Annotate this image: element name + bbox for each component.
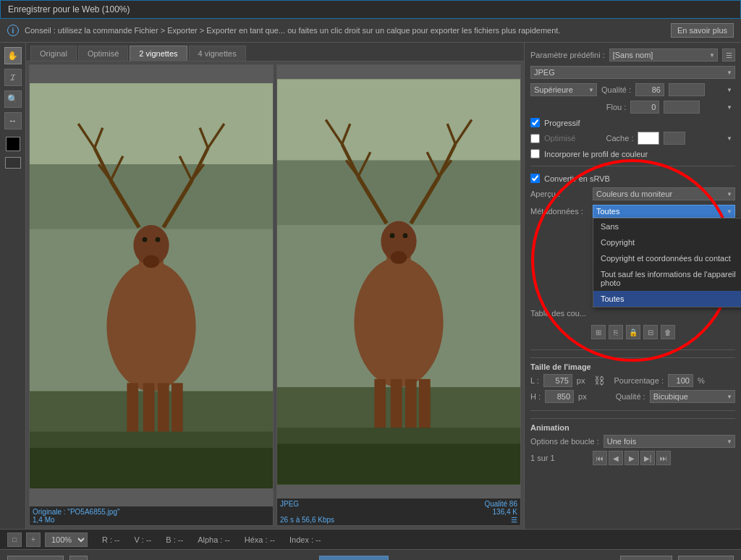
- main-layout: ✋ 𝓘 🔍 ↔ Original Optimisé 2 vignettes 4 …: [0, 43, 741, 529]
- zoom-tool-icon[interactable]: 🔍: [4, 90, 22, 108]
- playback-row: 1 sur 1 ⏮ ◀ ▶ ▶| ⏭: [530, 451, 735, 465]
- qualite-bicubique-label: Qualité :: [616, 392, 645, 401]
- qualite-input[interactable]: [635, 83, 664, 96]
- tab-quatre-vignettes[interactable]: 4 vignettes: [189, 46, 246, 61]
- cache-color-box[interactable]: [638, 132, 659, 145]
- svg-rect-30: [277, 161, 520, 226]
- bottom-icons-row: ⊞ ⎘ 🔒 ⊟ 🗑: [530, 325, 735, 339]
- hand-tool-icon[interactable]: ✋: [4, 47, 22, 64]
- split-icon[interactable]: ⊟: [643, 325, 658, 339]
- pourcentage-label: Pourcentage :: [614, 376, 664, 385]
- pourcentage-input[interactable]: [668, 374, 693, 387]
- h-unit: px: [578, 392, 587, 401]
- copy-icon[interactable]: ⎘: [609, 325, 623, 339]
- panel-shrink-icon[interactable]: □: [7, 533, 22, 547]
- svg-rect-55: [277, 444, 520, 485]
- optimise-checkbox[interactable]: [530, 134, 540, 143]
- right-panel: Paramètre prédéfini : [Sans nom] ☰ JPEG …: [524, 43, 741, 529]
- play-first-btn[interactable]: ⏮: [593, 451, 607, 465]
- divider-1: [530, 166, 735, 166]
- play-btn[interactable]: ▶: [624, 451, 639, 465]
- trash-icon[interactable]: 🗑: [661, 325, 675, 339]
- tabs-bar: Original Optimisé 2 vignettes 4 vignette…: [26, 43, 524, 61]
- predefined-row: Paramètre prédéfini : [Sans nom] ☰: [530, 48, 735, 61]
- l-input[interactable]: [543, 374, 572, 387]
- format-row: JPEG: [530, 66, 735, 79]
- h-input[interactable]: [545, 390, 574, 403]
- panel-expand-icon[interactable]: +: [26, 533, 41, 547]
- svg-point-24: [143, 237, 148, 242]
- flou-label: Flou :: [606, 103, 627, 111]
- link-icon[interactable]: ⛓: [592, 375, 606, 386]
- play-next-btn[interactable]: ▶|: [640, 451, 655, 465]
- play-last-btn[interactable]: ⏭: [656, 451, 671, 465]
- qualite-arrow-wrapper: [669, 83, 735, 96]
- metadonnees-dropdown: Sans Copyright Copyright et coordonnées …: [593, 218, 741, 307]
- quality-select[interactable]: Supérieure: [530, 83, 597, 96]
- meta-option-copyright-coords[interactable]: Copyright et coordonnées du contact: [593, 250, 741, 266]
- meta-option-sans[interactable]: Sans: [593, 219, 741, 234]
- terminer-button[interactable]: Terminer: [678, 556, 734, 561]
- boucle-select[interactable]: Une fois: [604, 435, 735, 448]
- play-prev-btn[interactable]: ◀: [609, 451, 623, 465]
- apercu-dropdown-button[interactable]: ▼: [69, 556, 88, 561]
- alpha-label: Alpha : --: [198, 535, 230, 544]
- action-left: Aperçu... ▼: [7, 556, 88, 561]
- list-icon[interactable]: ☰: [511, 516, 517, 524]
- foreground-color-icon[interactable]: [6, 137, 20, 151]
- image-panel-optimised: JPEG Qualité 86 136,4 K 26 s à 56,6 Kbps…: [276, 64, 521, 526]
- qualite-arrow-select[interactable]: [669, 83, 705, 96]
- eyedropper-tool-icon[interactable]: 𝓘: [4, 69, 22, 86]
- convertir-checkbox[interactable]: [530, 174, 540, 183]
- meta-option-toutes[interactable]: Toutes: [593, 291, 741, 307]
- predefined-select-wrapper: [Sans nom]: [609, 48, 718, 61]
- predefined-menu-icon[interactable]: ☰: [722, 48, 735, 61]
- tab-original[interactable]: Original: [30, 46, 77, 61]
- tab-deux-vignettes[interactable]: 2 vignettes: [130, 46, 187, 61]
- grid-icon[interactable]: ⊞: [591, 325, 606, 339]
- en-savoir-plus-button[interactable]: En savoir plus: [671, 23, 734, 38]
- flou-input[interactable]: [630, 101, 659, 114]
- apercu-select[interactable]: Couleurs du moniteur: [593, 187, 735, 200]
- screen-icon[interactable]: [5, 157, 21, 169]
- animation-section: Animation Options de boucle : Une fois 1…: [530, 418, 735, 465]
- boucle-select-wrapper: Une fois: [604, 435, 735, 448]
- tab-optimise[interactable]: Optimisé: [78, 46, 128, 61]
- divider-3: [530, 410, 735, 411]
- format-select[interactable]: JPEG: [530, 66, 735, 79]
- cache-arrow-select[interactable]: [664, 132, 685, 145]
- svg-point-53: [403, 233, 408, 238]
- apercu-button[interactable]: Aperçu...: [7, 556, 64, 561]
- svg-point-35: [391, 251, 407, 264]
- svg-rect-2: [30, 164, 273, 229]
- table-couleurs-label: Table des cou...: [530, 309, 586, 318]
- enregistrer-button[interactable]: Enregistrer...: [319, 556, 389, 561]
- flou-row: Flou :: [530, 101, 735, 114]
- hexa-label: Héxa : --: [245, 535, 275, 544]
- flou-arrow-select[interactable]: [664, 101, 700, 114]
- original-filename: Originale : "PO5A6855.jpg": [33, 508, 270, 516]
- meta-option-copyright[interactable]: Copyright: [593, 234, 741, 250]
- optimised-format: JPEG: [280, 500, 299, 508]
- pourcentage-unit: %: [698, 376, 705, 385]
- metadata-section: Métadonnées : Toutes Sans Copyright Copy…: [530, 205, 735, 218]
- lock-icon[interactable]: 🔒: [626, 325, 640, 339]
- incorporer-checkbox[interactable]: [530, 149, 540, 158]
- quality-row: Supérieure Qualité :: [530, 83, 735, 96]
- format-select-wrapper: JPEG: [530, 66, 735, 79]
- annuler-button[interactable]: Annuler: [620, 556, 672, 561]
- qualite-bicubique-select[interactable]: Bicubique: [650, 390, 735, 403]
- progressif-checkbox[interactable]: [530, 118, 540, 127]
- metadonnees-select[interactable]: Toutes: [593, 205, 735, 218]
- image-caption-optimised: JPEG Qualité 86 136,4 K 26 s à 56,6 Kbps…: [277, 499, 520, 525]
- predefined-select[interactable]: [Sans nom]: [609, 48, 718, 61]
- meta-option-tout-sauf[interactable]: Tout sauf les informations de l'appareil…: [593, 266, 741, 291]
- move-tool-icon[interactable]: ↔: [4, 112, 22, 130]
- optimised-size: 136,4 K: [280, 508, 517, 516]
- apercu-label: Aperçu :: [530, 190, 588, 198]
- frame-info: 1 sur 1: [530, 454, 588, 462]
- metadonnees-select-wrapper[interactable]: Toutes Sans Copyright Copyright et coord…: [593, 205, 735, 218]
- quality-select-wrapper: Supérieure: [530, 83, 597, 96]
- image-h-row: H : px Qualité : Bicubique: [530, 390, 735, 403]
- zoom-select[interactable]: 100%: [45, 533, 88, 547]
